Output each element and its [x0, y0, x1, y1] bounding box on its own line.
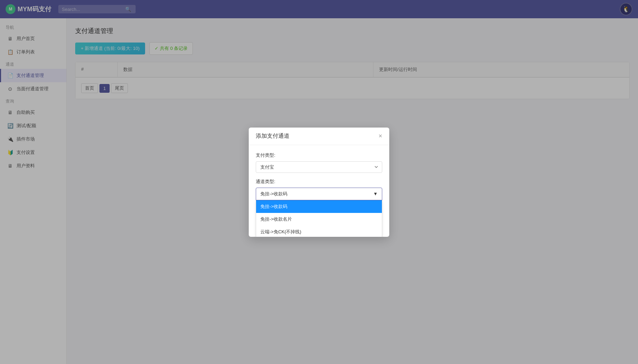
- modal-body: 支付类型: 支付宝 通道类型: 免挂->收款码 ▼ 免挂->收款码免挂->收款名…: [249, 145, 389, 237]
- channel-type-dropdown: 免挂->收款码免挂->收款名片云端->免CK(不掉线): [256, 200, 382, 237]
- modal-close-button[interactable]: ×: [378, 133, 382, 139]
- channel-type-display[interactable]: 免挂->收款码 ▼: [256, 188, 382, 200]
- payment-type-group: 支付类型: 支付宝: [256, 152, 382, 173]
- modal-title: 添加支付通道: [256, 132, 289, 140]
- channel-option-free_name[interactable]: 免挂->收款名片: [256, 213, 382, 226]
- payment-type-select[interactable]: 支付宝: [256, 161, 382, 173]
- channel-type-wrapper: 免挂->收款码 ▼ 免挂->收款码免挂->收款名片云端->免CK(不掉线): [256, 188, 382, 200]
- payment-type-label: 支付类型:: [256, 152, 382, 158]
- channel-type-label: 通道类型:: [256, 178, 382, 185]
- modal: 添加支付通道 × 支付类型: 支付宝 通道类型: 免挂->收款码 ▼ 免挂->收…: [249, 128, 389, 237]
- channel-type-group: 通道类型: 免挂->收款码 ▼ 免挂->收款码免挂->收款名片云端->免CK(不…: [256, 178, 382, 200]
- modal-header: 添加支付通道 ×: [249, 128, 389, 145]
- channel-type-selected: 免挂->收款码: [260, 191, 287, 197]
- channel-option-cloud_ck[interactable]: 云端->免CK(不掉线): [256, 226, 382, 237]
- channel-type-arrow: ▼: [373, 191, 378, 196]
- channel-option-free_qr[interactable]: 免挂->收款码: [256, 200, 382, 213]
- modal-overlay: 添加支付通道 × 支付类型: 支付宝 通道类型: 免挂->收款码 ▼ 免挂->收…: [0, 0, 638, 364]
